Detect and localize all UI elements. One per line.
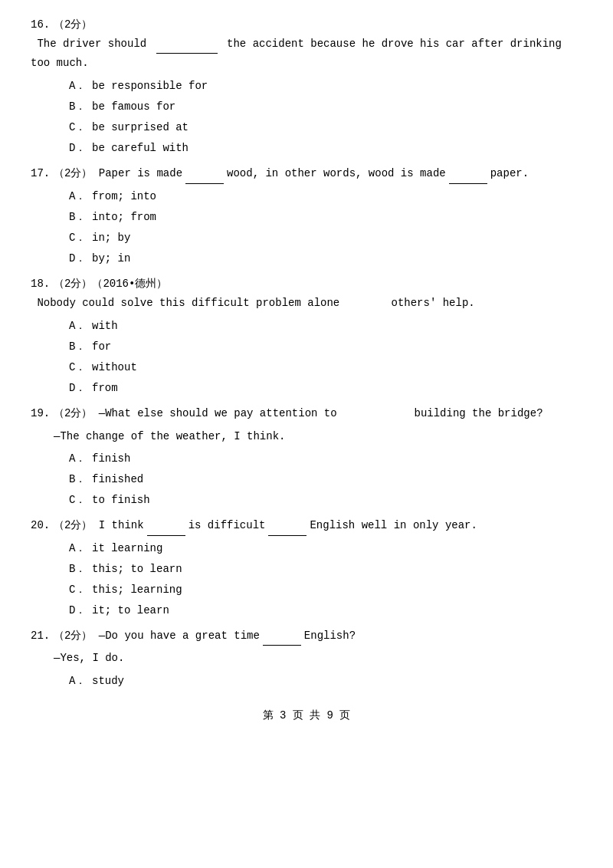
q19-opt-c-text: to finish (92, 491, 150, 510)
q16-opt-a-text: be responsible for (92, 77, 208, 96)
q16-text-before: The driver should the accident because h… (31, 35, 582, 73)
question-18: 18. （2分） （2016•德州） Nobody could solve th… (31, 275, 582, 398)
q19-q: —What else should we pay attention to bu… (92, 404, 543, 423)
question-16-line: 16. （2分） The driver should the accident … (31, 15, 582, 74)
q18-opt-d-label: D． (69, 379, 92, 398)
page-footer: 第 3 页 共 9 页 (31, 706, 582, 725)
q20-opt-b-label: B． (69, 560, 92, 579)
q18-option-a: A． with (69, 317, 582, 336)
q19-points: （2分） (54, 404, 92, 423)
q17-number: 17. (31, 164, 54, 183)
question-19-line: 19. （2分） —What else should we pay attent… (31, 404, 582, 423)
q16-opt-b-text: be famous for (92, 97, 175, 117)
q18-option-b: B． for (69, 337, 582, 357)
q17-option-a: A． from; into (69, 187, 582, 206)
q17-opt-d-text: by; in (92, 249, 130, 268)
q20-points: （2分） (54, 516, 92, 535)
q21-opt-a-text: study (92, 672, 124, 691)
q18-opt-b-text: for (92, 337, 111, 357)
q18-opt-b-label: B． (69, 337, 92, 357)
q16-opt-c-label: C． (69, 118, 92, 137)
q21-a: —Yes, I do. (54, 652, 124, 664)
question-20: 20. （2分） I thinkis difficultEnglish well… (31, 516, 582, 620)
q20-option-a: A． it learning (69, 539, 582, 558)
q20-option-b: B． this; to learn (69, 560, 582, 579)
q18-extra: （2016•德州） (92, 275, 167, 294)
q20-opt-b-text: this; to learn (92, 560, 182, 579)
q16-number: 16. (31, 15, 54, 35)
q16-option-a: A． be responsible for (69, 77, 582, 96)
q18-points: （2分） (54, 275, 92, 294)
q20-opt-a-label: A． (69, 539, 92, 558)
q19-opt-b-label: B． (69, 470, 92, 489)
question-16: 16. （2分） The driver should the accident … (31, 15, 582, 158)
q17-opt-a-label: A． (69, 187, 92, 206)
question-18-line: 18. （2分） （2016•德州） Nobody could solve th… (31, 275, 582, 313)
question-19: 19. （2分） —What else should we pay attent… (31, 404, 582, 510)
q16-points: （2分） (54, 15, 92, 35)
q17-opt-c-text: in; by (92, 229, 130, 248)
q16-option-d: D． be careful with (69, 139, 582, 158)
q21-number: 21. (31, 626, 54, 646)
q16-option-c: C． be surprised at (69, 118, 582, 137)
q18-option-d: D． from (69, 379, 582, 398)
q19-opt-a-text: finish (92, 449, 130, 469)
q17-opt-a-text: from; into (92, 187, 156, 206)
question-17-line: 17. （2分） Paper is madewood, in other wor… (31, 164, 582, 183)
q18-option-c: C． without (69, 358, 582, 377)
q17-opt-b-label: B． (69, 208, 92, 227)
q16-opt-d-text: be careful with (92, 139, 188, 158)
q17-option-b: B． into; from (69, 208, 582, 227)
q20-opt-d-text: it; to learn (92, 601, 169, 620)
q20-opt-a-text: it learning (92, 539, 162, 558)
q17-points: （2分） (54, 164, 92, 183)
q19-option-b: B． finished (69, 470, 582, 489)
q20-option-d: D． it; to learn (69, 601, 582, 620)
q18-opt-a-label: A． (69, 317, 92, 336)
q21-answer-line: —Yes, I do. (54, 649, 582, 668)
question-17: 17. （2分） Paper is madewood, in other wor… (31, 164, 582, 268)
q21-q: —Do you have a great timeEnglish? (92, 626, 356, 646)
exam-page: 16. （2分） The driver should the accident … (31, 15, 582, 725)
q17-option-c: C． in; by (69, 229, 582, 248)
q16-opt-a-label: A． (69, 77, 92, 96)
question-21-line: 21. （2分） —Do you have a great timeEnglis… (31, 626, 582, 646)
q19-option-c: C． to finish (69, 491, 582, 510)
q19-a: —The change of the weather, I think. (54, 430, 285, 442)
question-21: 21. （2分） —Do you have a great timeEnglis… (31, 626, 582, 691)
q19-option-a: A． finish (69, 449, 582, 469)
q16-option-b: B． be famous for (69, 97, 582, 117)
q20-opt-c-label: C． (69, 580, 92, 600)
q21-opt-a-label: A． (69, 672, 92, 691)
q19-opt-a-label: A． (69, 449, 92, 469)
question-20-line: 20. （2分） I thinkis difficultEnglish well… (31, 516, 582, 535)
q18-number: 18. (31, 275, 54, 294)
q17-opt-c-label: C． (69, 229, 92, 248)
q19-opt-c-label: C． (69, 491, 92, 510)
q18-opt-d-text: from (92, 379, 118, 398)
q19-answer-line: —The change of the weather, I think. (54, 427, 582, 446)
q16-opt-d-label: D． (69, 139, 92, 158)
q16-opt-c-text: be surprised at (92, 118, 188, 137)
q18-opt-c-label: C． (69, 358, 92, 377)
q18-opt-c-text: without (92, 358, 137, 377)
q19-opt-b-text: finished (92, 470, 143, 489)
q20-number: 20. (31, 516, 54, 535)
q21-option-a: A． study (69, 672, 582, 691)
q20-text: I thinkis difficultEnglish well in only … (92, 516, 477, 535)
q17-text: Paper is madewood, in other words, wood … (92, 164, 529, 183)
q17-option-d: D． by; in (69, 249, 582, 268)
q21-points: （2分） (54, 626, 92, 646)
q20-opt-d-label: D． (69, 601, 92, 620)
q20-option-c: C． this; learning (69, 580, 582, 600)
q20-opt-c-text: this; learning (92, 580, 182, 600)
footer-text: 第 3 页 共 9 页 (263, 709, 351, 722)
q17-opt-b-text: into; from (92, 208, 156, 227)
q16-opt-b-label: B． (69, 97, 92, 117)
q18-opt-a-text: with (92, 317, 118, 336)
q18-text: Nobody could solve this difficult proble… (31, 294, 475, 313)
q17-opt-d-label: D． (69, 249, 92, 268)
q19-number: 19. (31, 404, 54, 423)
